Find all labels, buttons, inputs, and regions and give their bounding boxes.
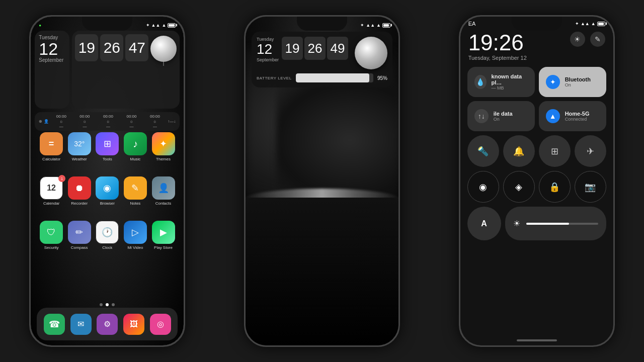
lock-icon: 🔒 bbox=[549, 182, 560, 193]
clock-digits: 19 26 47 bbox=[75, 34, 177, 62]
app-notes[interactable]: ✎ Notes bbox=[123, 176, 148, 206]
wifi-tile[interactable]: ▲ Home-5G Connected bbox=[539, 101, 606, 131]
app-recorder[interactable]: ⏺ Recorder bbox=[67, 176, 92, 206]
carrier-name: EA bbox=[468, 21, 476, 27]
lock-button[interactable]: 🔒 bbox=[539, 171, 571, 203]
browser-icon[interactable]: ◉ bbox=[96, 176, 119, 200]
app-mivideo[interactable]: ▷ Mi Video bbox=[123, 221, 148, 250]
security-label: Security bbox=[44, 245, 59, 250]
app-compass[interactable]: ✏ Compass bbox=[67, 221, 92, 250]
app-contacts[interactable]: 👤 Contacts bbox=[151, 176, 176, 206]
battery-percent: 95% bbox=[377, 75, 387, 81]
edit-button[interactable]: ✎ bbox=[590, 32, 605, 47]
screen-button[interactable]: ⊞ bbox=[539, 135, 571, 167]
weather-icon[interactable]: 32° bbox=[68, 132, 91, 155]
bluetooth-tile-icon: ✦ bbox=[546, 75, 560, 89]
themes-icon[interactable]: ✦ bbox=[152, 132, 175, 155]
settings-app-icon[interactable]: ⚙ bbox=[97, 314, 118, 335]
widget-row: Tuesday 12 September 19 26 47 bbox=[35, 31, 180, 109]
app-calendar[interactable]: 12 1 Calendar bbox=[39, 176, 64, 206]
app-tools[interactable]: ⊞ Tools bbox=[95, 132, 120, 161]
app-themes[interactable]: ✦ Themes bbox=[151, 132, 176, 161]
mobiledata-tile[interactable]: ↑↓ ile data On bbox=[467, 101, 535, 131]
phone2-wifi: ▲ bbox=[376, 23, 381, 28]
phone2-bt: ✦ bbox=[360, 23, 364, 28]
cc-wifi-icon: ▲ bbox=[591, 21, 596, 26]
dot-1 bbox=[100, 303, 103, 306]
brightness-slider[interactable]: ☀ bbox=[505, 207, 606, 240]
phone-1: ● ✦ ▲▲ ▲ Tuesday 12 September 19 26 47 bbox=[29, 15, 185, 347]
dock-camera[interactable]: ◎ bbox=[150, 314, 171, 335]
app-playstore[interactable]: ▶ Play Store bbox=[151, 221, 176, 250]
calendar-icon[interactable]: 12 1 bbox=[40, 176, 63, 200]
clock-label: Clock bbox=[102, 245, 112, 250]
playstore-icon[interactable]: ▶ bbox=[152, 221, 175, 244]
app-weather[interactable]: 32° Weather bbox=[67, 132, 92, 161]
contacts-label: Contacts bbox=[155, 201, 172, 206]
app-calculator[interactable]: = Calculator bbox=[39, 132, 64, 161]
water-bg bbox=[246, 198, 398, 345]
autorotate-button[interactable]: ◉ bbox=[467, 171, 499, 203]
data-tile[interactable]: 💧 known data pl… — MB bbox=[467, 67, 535, 97]
lock-month: September bbox=[257, 57, 279, 62]
cc-small-row-2: ◉ ◈ 🔒 📷 bbox=[467, 171, 606, 203]
tools-icon[interactable]: ⊞ bbox=[96, 132, 119, 155]
location-icon: ⊕ 👤 bbox=[39, 119, 48, 124]
cc-date-display: Tuesday, September 12 bbox=[468, 55, 527, 61]
contacts-icon[interactable]: 👤 bbox=[152, 176, 175, 200]
home-indicator[interactable] bbox=[517, 339, 557, 341]
torch-button[interactable]: 🔦 bbox=[467, 135, 499, 167]
recorder-icon[interactable]: ⏺ bbox=[68, 176, 91, 200]
cc-bt-icon: ✦ bbox=[575, 21, 579, 26]
calculator-label: Calculator bbox=[42, 157, 60, 161]
dock-phone[interactable]: ☎ bbox=[44, 314, 65, 335]
brightness-bar[interactable] bbox=[526, 223, 598, 225]
accessibility-button[interactable]: A bbox=[467, 207, 501, 240]
lock-num: 12 bbox=[257, 42, 279, 57]
app-clock[interactable]: 🕐 Clock bbox=[95, 221, 120, 250]
camera-app-icon[interactable]: ◎ bbox=[150, 314, 171, 335]
dock-settings[interactable]: ⚙ bbox=[97, 314, 118, 335]
security-icon[interactable]: 🛡 bbox=[40, 221, 63, 244]
gallery-app-icon[interactable]: 🖼 bbox=[123, 314, 144, 335]
phone2-status-bar: ✦ ▲▲ ▲ bbox=[246, 20, 398, 31]
bell-button[interactable]: 🔔 bbox=[503, 135, 535, 167]
recorder-label: Recorder bbox=[71, 201, 88, 206]
calculator-icon[interactable]: = bbox=[40, 132, 63, 155]
music-icon[interactable]: ♪ bbox=[124, 132, 147, 155]
lock-h1: 19 bbox=[282, 37, 303, 60]
clock-minute: 26 bbox=[100, 34, 123, 61]
dock-messages[interactable]: ✉ bbox=[70, 314, 92, 335]
app-browser[interactable]: ◉ Browser bbox=[95, 176, 120, 206]
messages-app-icon[interactable]: ✉ bbox=[70, 314, 92, 335]
clock-second: 47 bbox=[125, 34, 148, 61]
compass-icon[interactable]: ✏ bbox=[68, 221, 91, 244]
phone-app-icon[interactable]: ☎ bbox=[44, 314, 65, 335]
bell-icon: 🔔 bbox=[513, 146, 524, 157]
app-security[interactable]: 🛡 Security bbox=[39, 221, 64, 250]
location-button[interactable]: ◈ bbox=[503, 171, 535, 203]
airplane-icon: ✈ bbox=[587, 146, 594, 157]
dock-gallery[interactable]: 🖼 bbox=[123, 314, 144, 335]
weather-label: Weather bbox=[72, 157, 87, 161]
brightness-button[interactable]: ☀ bbox=[570, 32, 585, 47]
app-grid-row2: 12 1 Calendar ⏺ Recorder ◉ Browser ✎ Not… bbox=[39, 176, 176, 206]
video-button[interactable]: 📷 bbox=[575, 171, 606, 203]
battery-icon bbox=[168, 23, 176, 28]
clock-icon[interactable]: 🕐 bbox=[96, 221, 119, 244]
weather-times: 00:00 ☼ — 00:00 ☼ — 00:00 ☼ — 00:00 ☼ bbox=[53, 114, 164, 129]
autorotate-icon: ◉ bbox=[479, 182, 487, 193]
notes-icon[interactable]: ✎ bbox=[124, 176, 147, 200]
airplane-button[interactable]: ✈ bbox=[575, 135, 606, 167]
cc-time-display: 19:26 bbox=[468, 32, 527, 54]
torch-icon: 🔦 bbox=[477, 146, 489, 157]
mivideo-icon[interactable]: ▷ bbox=[124, 221, 147, 244]
bluetooth-tile[interactable]: ✦ Bluetooth On bbox=[539, 67, 606, 97]
clock-hour: 19 bbox=[75, 34, 98, 61]
app-music[interactable]: ♪ Music bbox=[123, 132, 148, 161]
weather-strip: ⊕ 👤 00:00 ☼ — 00:00 ☼ — 00:00 ☼ — bbox=[35, 112, 180, 131]
date-widget: Tuesday 12 September bbox=[35, 31, 69, 109]
month-name: September bbox=[39, 57, 63, 63]
app-grid-row1: = Calculator 32° Weather ⊞ Tools ♪ Music… bbox=[39, 132, 176, 161]
mobiledata-icon: ↑↓ bbox=[474, 109, 489, 123]
